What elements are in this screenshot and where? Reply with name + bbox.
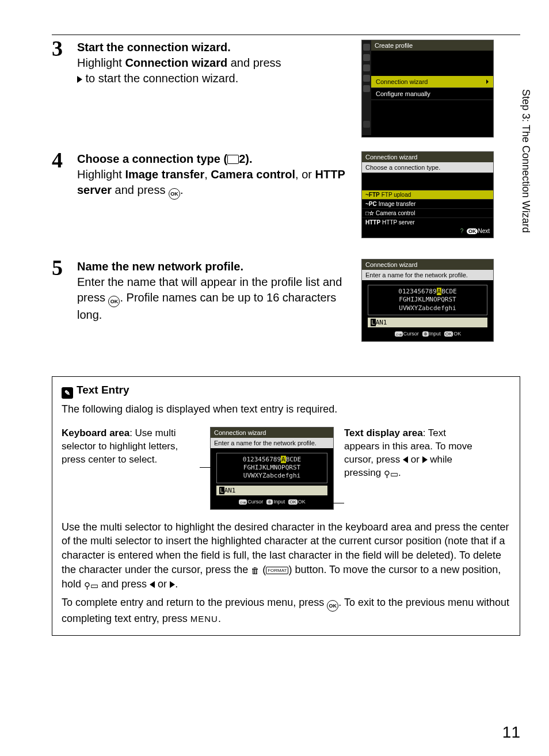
step-3-title: Start the connection wizard. (77, 41, 231, 54)
camera-subtitle: Enter a name for the network profile. (362, 270, 493, 280)
step-5-text: Name the new network profile. Enter the … (77, 259, 353, 323)
ok-button-icon: OK (108, 296, 120, 307)
camera-tab-strip (362, 40, 371, 135)
camera-title: Connection wizard (362, 152, 493, 162)
step-5-title: Name the new network profile. (77, 260, 243, 273)
ok-button-icon: OK (327, 600, 338, 612)
step-5: 5 Name the new network profile. Enter th… (52, 259, 520, 342)
step-3-number: 3 (52, 37, 77, 59)
text-entry-info-box: ✎Text Entry The following dialog is disp… (52, 376, 520, 636)
chevron-right-icon (486, 79, 489, 84)
magnifier-minus-icon: ⚲▭ (384, 468, 398, 480)
camera-row-configure-manually: Configure manually (371, 88, 493, 100)
info-diagram-row: Keyboard area: Use multi selector to hig… (62, 427, 510, 510)
camera-footer: ? OKNext (362, 227, 493, 235)
step-4: 4 Choose a connection type (2). Highligh… (52, 151, 520, 238)
text-display-area: LAN1 (368, 318, 487, 327)
info-keyboard-area-desc: Keyboard area: Use multi selector to hig… (62, 427, 200, 467)
text-display-area: LAN1 (216, 486, 327, 495)
step-4-number: 4 (52, 149, 77, 171)
top-rule (52, 35, 520, 35)
camera-row-connection-wizard: Connection wizard (371, 76, 493, 88)
side-section-label: Step 3: The Connection Wizard (520, 89, 532, 233)
right-arrow-icon (422, 456, 428, 463)
info-intro: The following dialog is displayed when t… (62, 402, 510, 417)
ok-button-icon: OK (169, 188, 180, 200)
camera-screen-create-profile: Create profile Connection wizard Configu… (361, 40, 494, 138)
left-arrow-icon (150, 581, 155, 588)
leader-line-right (323, 503, 344, 503)
menu-button-label: MENU (190, 614, 218, 624)
pencil-icon: ✎ (62, 387, 73, 399)
camera-title: Create profile (371, 40, 493, 51)
info-camera-diagram: Connection wizard Enter a name for the n… (210, 427, 334, 510)
step-5-number: 5 (52, 257, 77, 278)
left-arrow-icon (403, 456, 408, 463)
page-number: 11 (502, 723, 520, 742)
step-3-text: Start the connection wizard. Highlight C… (77, 40, 353, 86)
trash-icon: 🗑 (251, 565, 260, 577)
keyboard-area: 0123456789ABCDE FGHIJKLMNOPQRST UVWXYZab… (216, 453, 327, 483)
info-paragraph-2: To complete entry and return to the prev… (62, 595, 510, 626)
leader-line-left (200, 467, 215, 468)
connection-type-camera-control: □☆Camera control (362, 208, 493, 217)
right-arrow-icon (170, 581, 175, 588)
format-icon: FORMAT (266, 567, 288, 574)
magnifier-minus-icon: ⚲▭ (84, 580, 98, 592)
camera-screen-name-profile: Connection wizard Enter a name for the n… (361, 259, 494, 342)
right-arrow-icon (77, 76, 82, 83)
camera-title: Connection wizard (362, 259, 493, 270)
step-3: 3 Start the connection wizard. Highlight… (52, 40, 520, 138)
camera-keyboard-footer: ⌕⌫Cursor ⊕Input OKOK (362, 330, 493, 339)
connection-type-image-transfer: ~PCImage transfer (362, 199, 493, 208)
step-4-text: Choose a connection type (2). Highlight … (77, 151, 353, 200)
camera-subtitle: Choose a connection type. (362, 162, 493, 173)
info-text-display-desc: Text display area: Text appears in this … (344, 427, 482, 480)
camera-screen-connection-type: Connection wizard Choose a connection ty… (361, 151, 494, 238)
connection-type-ftp: ~FTPFTP upload (362, 190, 493, 199)
book-icon (227, 155, 239, 164)
connection-type-http-server: HTTPHTTP server (362, 217, 493, 227)
info-title: ✎Text Entry (62, 384, 510, 399)
info-paragraph-1: Use the multi selector to highlight the … (62, 520, 510, 592)
keyboard-area: 0123456789ABCDE FGHIJKLMNOPQRST UVWXYZab… (368, 285, 487, 315)
